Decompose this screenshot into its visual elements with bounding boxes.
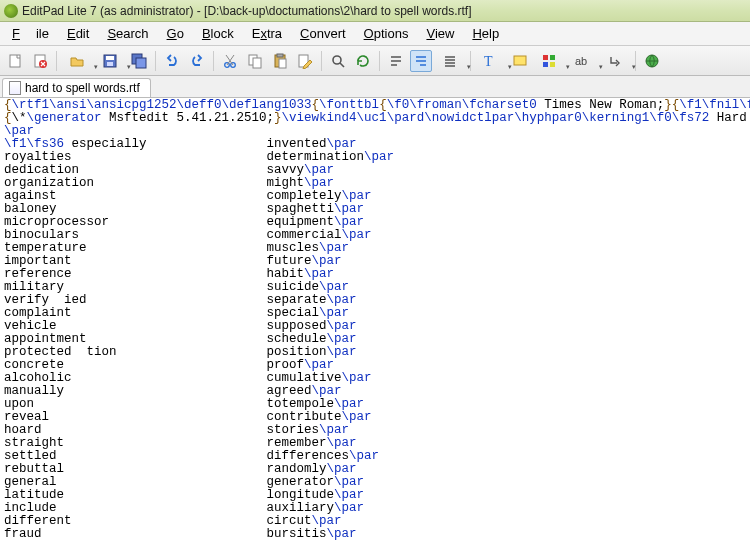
svg-rect-4 [106, 56, 114, 60]
find-icon[interactable] [327, 50, 349, 72]
undo-icon[interactable] [161, 50, 183, 72]
toolbar: T ab [0, 46, 750, 76]
line-ending-icon[interactable] [600, 50, 630, 72]
wrap-left-icon[interactable] [385, 50, 407, 72]
edit-icon[interactable] [294, 50, 316, 72]
menu-options[interactable]: Options [356, 24, 417, 43]
cut-icon[interactable] [219, 50, 241, 72]
menu-view[interactable]: View [418, 24, 462, 43]
align-icon[interactable] [435, 50, 465, 72]
copy-icon[interactable] [244, 50, 266, 72]
color-icon[interactable] [534, 50, 564, 72]
menu-extra[interactable]: Extra [244, 24, 290, 43]
document-icon [9, 81, 21, 95]
tabbar: hard to spell words.rtf [0, 76, 750, 98]
svg-rect-22 [550, 62, 555, 67]
svg-rect-13 [277, 54, 283, 57]
svg-rect-14 [279, 59, 286, 68]
highlight-icon[interactable] [509, 50, 531, 72]
menubar: File Edit Search Go Block Extra Convert … [0, 22, 750, 46]
svg-rect-20 [550, 55, 555, 60]
menu-search[interactable]: Search [99, 24, 156, 43]
menu-block[interactable]: Block [194, 24, 242, 43]
svg-rect-21 [543, 62, 548, 67]
svg-text:ab: ab [575, 55, 587, 67]
open-icon[interactable] [62, 50, 92, 72]
svg-point-16 [333, 56, 341, 64]
toolbar-sep [56, 51, 57, 71]
paste-icon[interactable] [269, 50, 291, 72]
menu-convert[interactable]: Convert [292, 24, 354, 43]
svg-rect-18 [514, 56, 526, 65]
toolbar-sep [379, 51, 380, 71]
document-tab[interactable]: hard to spell words.rtf [2, 78, 151, 97]
svg-text:T: T [484, 54, 493, 69]
toolbar-sep [213, 51, 214, 71]
refresh-icon[interactable] [352, 50, 374, 72]
svg-rect-0 [10, 55, 20, 67]
app-icon [4, 4, 18, 18]
save-copy-icon[interactable] [128, 50, 150, 72]
redo-icon[interactable] [186, 50, 208, 72]
svg-rect-5 [107, 62, 113, 66]
close-file-icon[interactable] [29, 50, 51, 72]
wrap-right-icon[interactable] [410, 50, 432, 72]
toolbar-sep [155, 51, 156, 71]
menu-file[interactable]: File [4, 24, 57, 43]
save-icon[interactable] [95, 50, 125, 72]
svg-rect-7 [136, 58, 146, 68]
menu-go[interactable]: Go [159, 24, 192, 43]
svg-rect-19 [543, 55, 548, 60]
new-file-icon[interactable] [4, 50, 26, 72]
charset-icon[interactable]: ab [567, 50, 597, 72]
font-icon[interactable]: T [476, 50, 506, 72]
titlebar: EditPad Lite 7 (as administrator) - [D:\… [0, 0, 750, 22]
menu-help[interactable]: Help [464, 24, 507, 43]
tab-label: hard to spell words.rtf [25, 81, 140, 95]
svg-rect-11 [253, 58, 261, 68]
toolbar-sep [321, 51, 322, 71]
menu-edit[interactable]: Edit [59, 24, 97, 43]
window-title: EditPad Lite 7 (as administrator) - [D:\… [22, 4, 472, 18]
editor-area[interactable]: {\rtf1\ansi\ansicpg1252\deff0\deflang103… [0, 98, 750, 556]
web-icon[interactable] [641, 50, 663, 72]
